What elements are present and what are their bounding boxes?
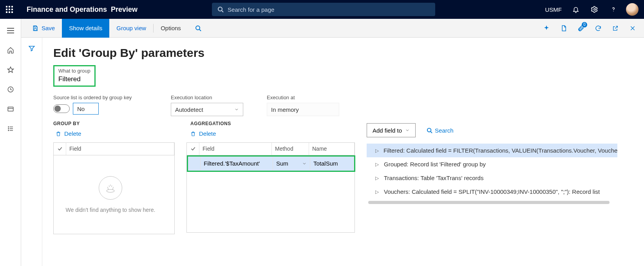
attachments-button[interactable]: 0 [573,21,588,36]
check-icon [57,146,63,151]
popout-button[interactable] [608,21,623,36]
refresh-button[interactable] [591,21,606,36]
svg-point-0 [218,7,222,11]
show-details-label: Show details [69,25,102,31]
svg-point-2 [594,9,596,11]
ordered-value[interactable]: No [73,103,99,115]
horizontal-scrollbar[interactable] [368,201,610,204]
picker-search-button[interactable]: Search [427,127,454,134]
settings-button[interactable] [586,0,603,19]
show-details-button[interactable]: Show details [62,19,109,38]
expand-icon[interactable]: ▷ [375,175,379,181]
action-search-button[interactable] [188,19,208,38]
options-button[interactable]: Options [154,19,188,38]
what-to-group-value[interactable]: Filtered [58,74,90,83]
page-options-button[interactable] [556,21,571,36]
aggr-name-header[interactable]: Name [309,143,355,155]
recent-button[interactable] [3,84,18,95]
workspaces-button[interactable] [3,104,18,115]
ordered-toggle[interactable] [53,104,70,113]
groupby-title: GROUP BY [53,121,175,126]
popout-icon [612,25,619,31]
aggr-name-cell[interactable]: TotalSum [310,157,354,171]
page-title: Edit 'Group By' parameters [53,46,644,60]
svg-line-21 [199,29,201,31]
aggregations-title: AGGREGATIONS [186,121,355,126]
chevron-down-icon [302,161,307,166]
aggregations-select-all[interactable] [187,143,199,155]
aggr-row-highlight: Filtered.'$TaxAmount' Sum TotalSum [187,155,355,172]
help-button[interactable] [605,0,622,19]
tree-item-label: Filtered: Calculated field = FILTER(Tran… [384,147,617,154]
close-icon [630,25,636,31]
ordered-label: Source list is ordered by group key [53,95,147,100]
delete-label: Delete [64,130,81,137]
avatar [626,3,639,16]
tree-item-transactions[interactable]: ▷ Transactions: Table 'TaxTrans' records [367,171,617,185]
attach-badge: 0 [582,22,587,27]
tree-item-filtered[interactable]: ▷ Filtered: Calculated field = FILTER(Tr… [367,144,617,157]
expand-icon[interactable]: ▷ [375,148,379,153]
home-icon [7,47,14,54]
save-button[interactable]: Save [25,19,62,38]
group-view-button[interactable]: Group view [109,19,153,38]
modules-button[interactable] [3,123,18,134]
funnel-icon [28,45,35,52]
exec-at-group: Execution at In memory [267,95,339,116]
expand-icon[interactable]: ▷ [375,162,379,167]
left-rail [0,19,21,266]
exec-at-label: Execution at [267,95,339,100]
empty-message: We didn't find anything to show here. [66,207,156,213]
tree-item-grouped[interactable]: ▷ Grouped: Record list 'Filtered' group … [367,157,617,171]
svg-point-14 [8,128,9,129]
top-right-controls: USMF [541,0,644,19]
aggr-method-header[interactable]: Method [272,143,309,155]
filter-button[interactable] [28,45,35,52]
groupby-field-header[interactable]: Field [66,143,174,155]
tree-item-vouchers[interactable]: ▷ Vouchers: Calculated field = SPLIT("IN… [367,185,617,199]
save-label: Save [42,25,55,31]
search-label: Search [435,127,454,134]
aggr-field-header[interactable]: Field [199,143,272,155]
empty-icon [99,176,122,200]
field-tree: ▷ Filtered: Calculated field = FILTER(Tr… [367,144,617,199]
svg-rect-18 [34,26,36,27]
groupby-delete-button[interactable]: Delete [56,130,81,137]
editor-columns: GROUP BY Delete Field [53,121,644,234]
groupby-grid: Field We didn't find anything to show he… [53,142,175,234]
group-view-label: Group view [116,25,146,31]
avatar-button[interactable] [624,0,641,19]
aggr-field-cell[interactable]: Filtered.'$TaxAmount' [201,157,273,171]
options-label: Options [161,25,181,31]
aggr-row[interactable]: Filtered.'$TaxAmount' Sum TotalSum [188,157,354,171]
groupby-select-all[interactable] [54,143,66,155]
close-button[interactable] [625,21,640,36]
favorites-button[interactable] [3,64,18,75]
svg-rect-10 [8,107,13,111]
main-pane: Edit 'Group By' parameters What to group… [42,38,644,266]
home-button[interactable] [3,45,18,56]
app-title: Finance and Operations Preview [27,5,137,14]
app-launcher-button[interactable] [0,0,19,19]
global-search[interactable] [212,3,435,16]
notifications-button[interactable] [567,0,584,19]
exec-location-select[interactable]: Autodetect [171,103,243,116]
aggr-method-cell[interactable]: Sum [273,157,310,171]
action-bar-right: 0 [539,21,644,36]
add-field-button[interactable]: Add field to [367,123,416,137]
search-input[interactable] [228,6,430,13]
copilot-button[interactable] [539,21,554,36]
aggr-row-checkbox[interactable] [188,157,201,171]
svg-point-25 [427,128,431,131]
search-icon [427,128,432,133]
company-code[interactable]: USMF [541,6,566,13]
aggregations-delete-button[interactable]: Delete [190,130,216,137]
search-icon [217,6,224,13]
svg-point-16 [8,130,9,131]
svg-marker-8 [7,67,13,73]
groupby-column: GROUP BY Delete Field [53,121,175,234]
save-icon [32,25,38,31]
expand-icon[interactable]: ▷ [375,189,379,195]
hamburger-button[interactable] [3,25,18,36]
what-to-group-block: What to group Filtered [53,65,96,87]
